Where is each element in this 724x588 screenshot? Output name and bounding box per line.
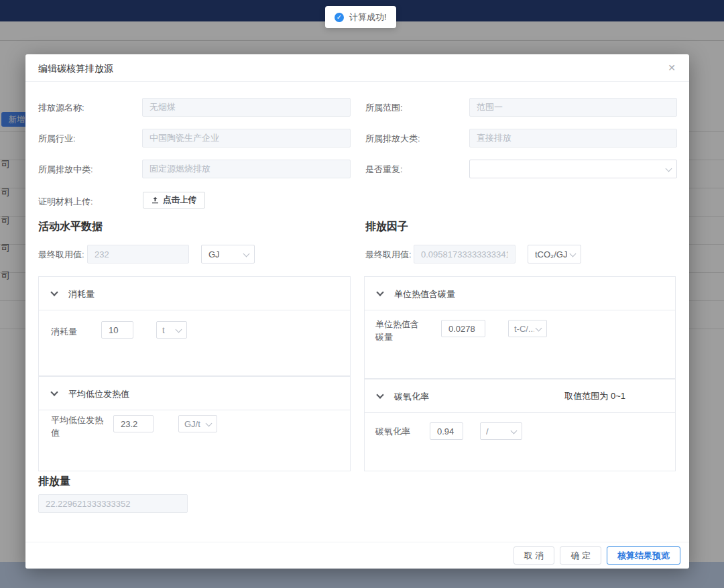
- app-root: 新增 司 司 司 司 司 ✓ 计算成功! 编辑碳核算排放源 ✕ 排放源名称: 所…: [0, 0, 724, 588]
- carbon-content-field-label: 单位热值含碳量: [375, 318, 426, 343]
- consumption-unit-select[interactable]: t: [156, 321, 187, 339]
- check-circle-icon: ✓: [335, 13, 344, 22]
- oxidation-rate-range-hint: 取值范围为 0~1: [564, 390, 625, 402]
- panel-carbon-content: 单位热值含碳量 单位热值含碳量 t-C/...: [364, 276, 676, 379]
- major-category-input: [469, 129, 677, 148]
- source-name-input: [142, 98, 351, 117]
- major-category-label: 所属排放大类:: [365, 133, 420, 145]
- toast-success: ✓ 计算成功!: [325, 6, 396, 28]
- duplicate-select[interactable]: [469, 160, 677, 178]
- heating-value-unit-select[interactable]: GJ/t: [178, 415, 217, 432]
- heating-value-unit-value: GJ/t: [184, 419, 200, 429]
- panel-carbon-content-header[interactable]: 单位热值含碳量: [365, 277, 675, 310]
- activity-unit-select[interactable]: GJ: [201, 245, 255, 263]
- consumption-input[interactable]: [101, 321, 133, 339]
- carbon-content-unit-select[interactable]: t-C/...: [508, 320, 547, 337]
- industry-label: 所属行业:: [38, 133, 76, 145]
- chevron-down-icon: [570, 251, 577, 257]
- industry-input: [142, 129, 351, 148]
- chevron-down-icon: [511, 428, 518, 434]
- panel-heating-value-header[interactable]: 平均低位发热值: [39, 377, 350, 410]
- oxidation-rate-unit-value: /: [486, 426, 489, 436]
- consumption-field-label: 消耗量: [51, 325, 77, 338]
- oxidation-rate-field-label: 碳氧化率: [375, 425, 410, 438]
- chevron-down-icon: [536, 325, 542, 332]
- consumption-unit-value: t: [162, 325, 165, 335]
- chevron-down-icon: [376, 391, 383, 398]
- dialog-header: 编辑碳核算排放源 ✕: [25, 54, 689, 82]
- carbon-content-unit-value: t-C/...: [514, 324, 534, 334]
- chevron-down-icon: [376, 288, 383, 296]
- activity-final-input: [87, 245, 189, 263]
- heating-value-input[interactable]: [113, 415, 154, 432]
- factor-final-label: 最终取用值:: [365, 249, 412, 261]
- panel-consumption-header[interactable]: 消耗量: [39, 277, 350, 310]
- carbon-content-input[interactable]: [441, 320, 485, 337]
- chevron-down-icon: [176, 327, 182, 333]
- heating-value-field-label: 平均低位发热值: [51, 414, 103, 439]
- panel-consumption: 消耗量 消耗量 t: [38, 276, 351, 376]
- panel-oxidation-rate-header[interactable]: 碳氧化率 取值范围为 0~1: [365, 379, 675, 413]
- factor-section-title: 排放因子: [365, 220, 408, 234]
- factor-unit-value: tCO₂/GJ: [535, 249, 567, 259]
- chevron-down-icon: [50, 388, 58, 396]
- panel-carbon-content-title: 单位热值含碳量: [394, 288, 455, 300]
- preview-result-button[interactable]: 核算结果预览: [607, 546, 680, 565]
- mid-category-label: 所属排放中类:: [38, 164, 93, 176]
- dialog-title: 编辑碳核算排放源: [38, 63, 113, 75]
- emission-amount-input: [38, 494, 188, 513]
- confirm-button[interactable]: 确 定: [560, 546, 601, 565]
- oxidation-rate-unit-select[interactable]: /: [480, 422, 522, 440]
- chevron-down-icon: [666, 166, 672, 172]
- panel-heating-value-title: 平均低位发热值: [68, 388, 129, 400]
- panel-consumption-title: 消耗量: [68, 288, 95, 300]
- chevron-down-icon: [206, 420, 213, 427]
- activity-final-label: 最终取用值:: [38, 249, 84, 261]
- factor-final-input: [414, 245, 516, 263]
- cancel-button[interactable]: 取 消: [514, 546, 555, 565]
- edit-emission-source-dialog: 编辑碳核算排放源 ✕ 排放源名称: 所属范围: 所属行业: 所属排放大类: 所属…: [25, 54, 689, 569]
- dialog-footer: 取 消 确 定 核算结果预览: [25, 542, 689, 569]
- panel-heating-value: 平均低位发热值 平均低位发热值 GJ/t: [38, 376, 351, 471]
- activity-section-title: 活动水平数据: [38, 220, 103, 234]
- factor-unit-select[interactable]: tCO₂/GJ: [528, 245, 581, 263]
- toast-text: 计算成功!: [349, 11, 387, 23]
- upload-button[interactable]: 点击上传: [143, 192, 205, 209]
- upload-label: 证明材料上传:: [38, 196, 93, 208]
- chevron-down-icon: [50, 288, 58, 296]
- mid-category-input: [142, 160, 351, 178]
- duplicate-label: 是否重复:: [365, 164, 403, 176]
- close-icon[interactable]: ✕: [668, 62, 676, 73]
- source-name-label: 排放源名称:: [38, 102, 84, 114]
- oxidation-rate-input[interactable]: [430, 422, 463, 440]
- panel-oxidation-rate-title: 碳氧化率: [394, 391, 429, 403]
- scope-label: 所属范围:: [365, 102, 403, 114]
- panel-oxidation-rate: 碳氧化率 取值范围为 0~1 碳氧化率 /: [364, 379, 676, 471]
- activity-unit-value: GJ: [208, 249, 220, 259]
- upload-button-label: 点击上传: [163, 194, 196, 206]
- emission-section-title: 排放量: [38, 475, 70, 489]
- upload-icon: [152, 196, 159, 204]
- chevron-down-icon: [243, 251, 250, 257]
- scope-input: [469, 98, 677, 117]
